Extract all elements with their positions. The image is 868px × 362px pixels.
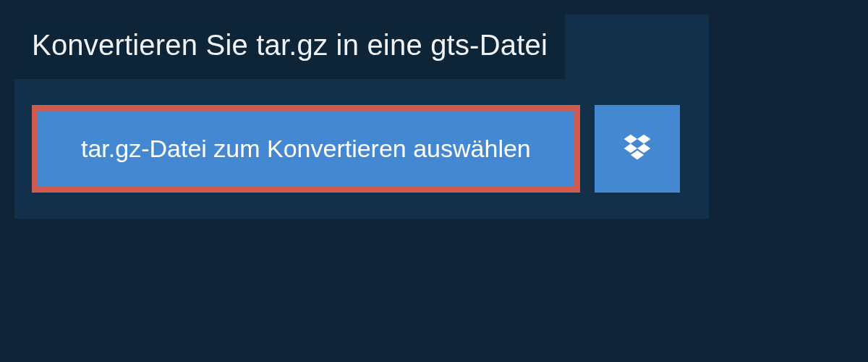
select-file-label: tar.gz-Datei zum Konvertieren auswählen [81,135,531,162]
converter-panel: Konvertieren Sie tar.gz in eine gts-Date… [14,14,709,219]
select-file-button[interactable]: tar.gz-Datei zum Konvertieren auswählen [32,105,580,193]
header-bar: Konvertieren Sie tar.gz in eine gts-Date… [14,14,565,79]
upload-row: tar.gz-Datei zum Konvertieren auswählen [32,105,692,193]
page-title: Konvertieren Sie tar.gz in eine gts-Date… [32,29,548,62]
dropbox-button[interactable] [595,105,680,193]
dropbox-icon [621,132,653,167]
